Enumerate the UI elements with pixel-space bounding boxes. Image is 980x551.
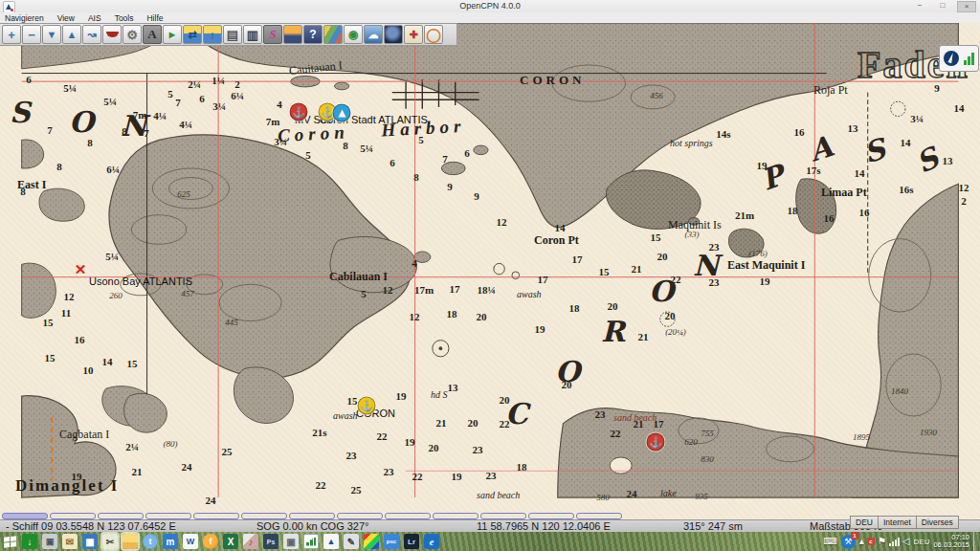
google-earth-plugin-button[interactable] bbox=[384, 25, 403, 44]
red-anchor-marker[interactable]: ⚓ bbox=[290, 103, 308, 121]
menu-item-tools[interactable]: Tools bbox=[115, 13, 134, 23]
sounding: 23 bbox=[486, 470, 497, 481]
taskbar-firefox-app[interactable]: f bbox=[203, 534, 218, 549]
sounding: 16 bbox=[824, 212, 835, 224]
taskbar-lightroom-app[interactable]: Lr bbox=[404, 534, 419, 549]
taskbar-opencpn-app[interactable]: ▲ bbox=[323, 534, 339, 549]
red-anchor-marker[interactable]: ⚓ bbox=[647, 433, 665, 452]
chart-segment-2[interactable] bbox=[98, 513, 144, 519]
taskbar-mail-app[interactable]: ✉ bbox=[62, 534, 78, 549]
weather-plugin-button[interactable]: ☁ bbox=[364, 25, 383, 44]
taskbar-pen-app[interactable]: ✎ bbox=[344, 534, 359, 549]
sounding: 4 bbox=[277, 99, 282, 110]
color-scheme-button[interactable] bbox=[283, 25, 302, 44]
mob-button[interactable]: ◯ bbox=[424, 25, 443, 44]
action-flag-icon[interactable]: ⚑ bbox=[878, 534, 886, 549]
create-route-button[interactable]: ↝ bbox=[82, 25, 101, 44]
taskbar-file-explorer-app[interactable] bbox=[122, 534, 138, 549]
chart-segment-0[interactable] bbox=[2, 513, 48, 519]
chart-segment-12[interactable] bbox=[576, 513, 622, 519]
minimize-button[interactable]: − bbox=[911, 1, 928, 11]
tray-app-icon[interactable]: c bbox=[867, 538, 875, 545]
logbook-plugin-button[interactable]: ✚ bbox=[404, 25, 423, 44]
chart-segment-11[interactable] bbox=[528, 513, 574, 519]
chart-segment-3[interactable] bbox=[145, 513, 191, 519]
ais-targets-button[interactable]: ► bbox=[163, 25, 182, 44]
maintenance-icon[interactable]: ⚒ 1 bbox=[841, 535, 856, 549]
chart-segment-10[interactable] bbox=[480, 513, 526, 519]
taskbar-psc-app[interactable]: psc bbox=[384, 534, 399, 549]
langbar-tab-deu[interactable]: DEU bbox=[850, 516, 879, 529]
keyboard-layout-indicator[interactable]: DEU bbox=[914, 538, 930, 546]
title-bar[interactable]: OpenCPN 4.0.0 − □ × bbox=[0, 0, 980, 13]
enc-text-button[interactable]: A bbox=[143, 25, 162, 44]
scale-chart-up-button[interactable]: ▲ bbox=[62, 25, 81, 44]
compass-status-widget[interactable] bbox=[939, 45, 979, 72]
taskbar-m-app[interactable]: m bbox=[163, 534, 178, 549]
taskbar-photo-viewer-app[interactable]: ▣ bbox=[283, 534, 299, 549]
zoom-out-button[interactable]: − bbox=[22, 25, 41, 44]
chart-segment-9[interactable] bbox=[433, 513, 479, 519]
chart-segment-5[interactable] bbox=[241, 513, 287, 519]
route-manager-button[interactable]: ▥ bbox=[243, 25, 262, 44]
sounding: 5¼ bbox=[63, 82, 77, 94]
red-x-marker[interactable]: ✕ bbox=[73, 261, 89, 277]
taskbar-calculator-app[interactable]: ▦ bbox=[82, 534, 98, 549]
show-hidden-icons[interactable]: ▴ bbox=[859, 534, 864, 549]
menu-item-hilfe[interactable]: Hilfe bbox=[146, 13, 163, 23]
chart-segment-6[interactable] bbox=[289, 513, 335, 519]
taskbar-excel-app[interactable]: X bbox=[223, 534, 238, 549]
taskbar-snipping-tool-app[interactable]: ✂ bbox=[102, 534, 118, 549]
maximize-button[interactable]: □ bbox=[934, 1, 951, 11]
clock[interactable]: 07:10 06.03.2015 bbox=[933, 534, 969, 549]
blue-sail-marker[interactable] bbox=[333, 104, 351, 122]
menu-item-ais[interactable]: AIS bbox=[88, 13, 101, 23]
sounding: 21m bbox=[735, 209, 754, 221]
auto-follow-ship-button[interactable] bbox=[102, 25, 122, 44]
chart-downloader-plugin-button[interactable] bbox=[323, 25, 343, 44]
chart-big-letter: R bbox=[601, 315, 625, 348]
close-button[interactable]: × bbox=[957, 1, 976, 12]
network-icon[interactable] bbox=[889, 538, 900, 546]
taskbar-gradient-app[interactable] bbox=[364, 534, 379, 549]
show-desktop-button[interactable] bbox=[973, 532, 978, 551]
track-button[interactable]: S bbox=[263, 25, 282, 44]
start-button[interactable] bbox=[2, 534, 17, 549]
taskbar-devices-app[interactable]: ▣ bbox=[42, 534, 57, 549]
taskbar-photoshop-app[interactable]: Ps bbox=[263, 534, 278, 549]
langbar-tab-internet[interactable]: Internet bbox=[878, 516, 917, 529]
place-label: East I bbox=[17, 178, 46, 192]
touch-keyboard-icon[interactable]: ⌨ bbox=[823, 534, 836, 549]
menu-item-navigieren[interactable]: Navigieren bbox=[5, 13, 44, 23]
volume-icon[interactable]: ◁ bbox=[902, 534, 910, 549]
sounding: 22 bbox=[377, 430, 388, 442]
chart-segment-7[interactable] bbox=[337, 513, 383, 519]
yellow-anchor-marker[interactable]: ⚓ bbox=[358, 397, 376, 415]
taskbar-word-app[interactable]: W bbox=[183, 534, 198, 549]
weather-plugin-button-icon: ☁ bbox=[368, 29, 379, 41]
menu-item-view[interactable]: View bbox=[57, 13, 75, 23]
chart-segment-4[interactable] bbox=[193, 513, 239, 519]
sounding: 14 bbox=[901, 137, 911, 148]
taskbar-e-app[interactable]: e bbox=[424, 534, 439, 549]
currents-button[interactable]: ⇄ bbox=[183, 25, 202, 44]
sail-icon bbox=[338, 109, 345, 117]
scale-chart-down-button[interactable]: ▼ bbox=[42, 25, 61, 44]
taskbar-chart-app[interactable] bbox=[303, 534, 319, 549]
chart-segment-8[interactable] bbox=[385, 513, 431, 519]
tides-button[interactable]: ↑ bbox=[203, 25, 222, 44]
pen-app-icon: ✎ bbox=[347, 537, 355, 547]
taskbar-store-app[interactable]: ↓ bbox=[22, 534, 37, 549]
grib-plugin-button[interactable]: ◉ bbox=[344, 25, 363, 44]
taskbar-media-app[interactable]: ♪ bbox=[243, 534, 258, 549]
chart-canvas[interactable]: 65¼5¼7887m4¼5762¼1¼3¼26¼4¼786¼847m3¼585¼… bbox=[0, 23, 980, 519]
help-button[interactable]: ? bbox=[303, 25, 323, 44]
zoom-in-button[interactable]: + bbox=[2, 25, 21, 44]
langbar-tab-diverses[interactable]: Diverses bbox=[916, 516, 959, 529]
snipping-tool-app-icon: ✂ bbox=[106, 537, 114, 547]
print-chart-button[interactable]: ▤ bbox=[223, 25, 242, 44]
sounding: 12 bbox=[959, 182, 969, 193]
options-button[interactable]: ⚙ bbox=[122, 25, 142, 44]
taskbar-thunderbird-app[interactable]: t bbox=[143, 534, 158, 549]
chart-segment-1[interactable] bbox=[50, 513, 96, 519]
